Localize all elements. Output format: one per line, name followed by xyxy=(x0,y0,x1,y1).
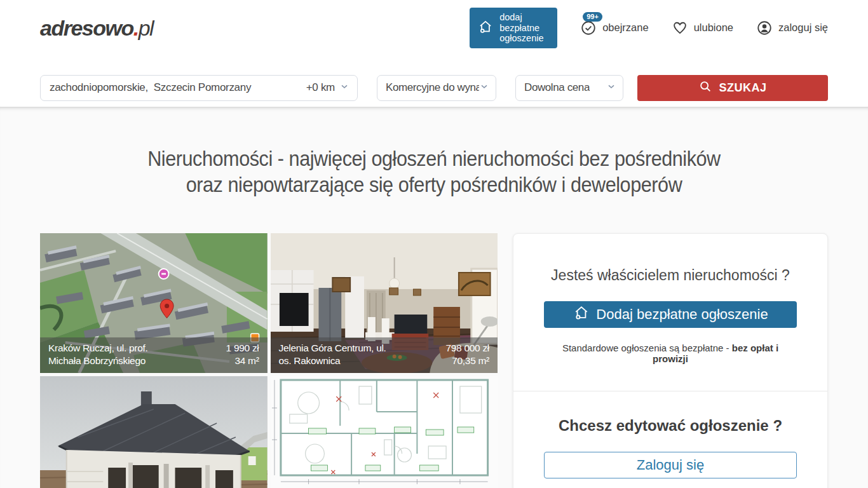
house-add-icon xyxy=(573,304,590,325)
sidebar-add-listing-button[interactable]: Dodaj bezpłatne ogłoszenie xyxy=(544,301,797,328)
login-label: zaloguj się xyxy=(778,22,828,34)
listing-price: 1 990 zł xyxy=(226,342,259,355)
listing-caption: Kraków Ruczaj, ul. prof. 1 990 zł Michał… xyxy=(40,337,268,373)
owner-heading: Jesteś właścicielem nieruchomości ? xyxy=(544,267,797,284)
owner-sidebar: Jesteś właścicielem nieruchomości ? Doda… xyxy=(513,233,828,488)
top-header: adresowo.pl dodaj bezpłatne ogłoszenie 9… xyxy=(0,0,868,56)
listing-title-2: Michała Bobrzyńskiego xyxy=(48,355,146,367)
sidebar-login-label: Zaloguj się xyxy=(637,457,704,473)
add-listing-label: dodaj bezpłatne ogłoszenie xyxy=(499,12,550,44)
check-circle-icon xyxy=(580,20,597,36)
listing-card[interactable]: Miroszewice 700 000 zł xyxy=(40,376,268,488)
header-actions: dodaj bezpłatne ogłoszenie 99+ obejrzane… xyxy=(470,8,828,48)
user-icon xyxy=(756,20,773,36)
radius-value: +0 km xyxy=(306,81,335,94)
logo-dot: . xyxy=(133,16,139,40)
listing-price: 798 000 zł xyxy=(445,342,489,355)
heart-icon xyxy=(672,20,688,36)
price-value: Dowolna cena xyxy=(524,81,590,94)
listing-photo-floor-plan xyxy=(271,376,498,488)
location-field: +0 km xyxy=(40,75,358,101)
listing-area: 34 m² xyxy=(234,355,259,367)
listing-caption: Jelenia Góra Centrum, ul. 798 000 zł os.… xyxy=(271,337,498,373)
login-link[interactable]: zaloguj się xyxy=(756,20,828,36)
house-add-icon xyxy=(477,18,494,37)
search-icon xyxy=(698,79,712,97)
sidebar-login-button[interactable]: Zaloguj się xyxy=(544,452,797,478)
add-listing-button[interactable]: dodaj bezpłatne ogłoszenie xyxy=(470,8,557,48)
listing-title-2: os. Rakownica xyxy=(279,355,341,367)
search-bar: +0 km Komercyjne do wynaję Dowolna cena … xyxy=(0,56,868,107)
edit-heading: Chcesz edytować ogłoszenie ? xyxy=(544,417,797,435)
price-dropdown[interactable]: Dowolna cena xyxy=(515,75,623,101)
chevron-down-icon xyxy=(606,81,616,95)
page-title: Nieruchomości - najwięcej ogłoszeń nieru… xyxy=(43,107,824,198)
main-section: Nieruchomości - najwięcej ogłoszeń nieru… xyxy=(0,107,868,488)
viewed-label: obejrzane xyxy=(602,22,648,34)
search-button-label: SZUKAJ xyxy=(719,81,766,95)
site-logo[interactable]: adresowo.pl xyxy=(40,16,153,41)
listing-photo-house xyxy=(40,376,268,488)
search-button[interactable]: SZUKAJ xyxy=(637,75,828,101)
owner-section: Jesteś właścicielem nieruchomości ? Doda… xyxy=(513,234,827,391)
chevron-down-icon xyxy=(339,81,349,95)
chevron-down-icon xyxy=(479,81,489,95)
listing-card[interactable]: Warszawa Bemowo, ul. 2 800 000 zł xyxy=(271,376,498,488)
location-input[interactable] xyxy=(50,81,306,94)
viewed-link[interactable]: 99+ obejrzane xyxy=(580,20,648,36)
listing-title: Kraków Ruczaj, ul. prof. xyxy=(48,342,147,355)
listing-area: 70,35 m² xyxy=(452,355,489,367)
viewed-count-badge: 99+ xyxy=(583,12,602,22)
listings-grid: Kraków Ruczaj, ul. prof. 1 990 zł Michał… xyxy=(40,233,498,488)
category-value: Komercyjne do wynaję xyxy=(386,81,479,94)
logo-text: adresowo xyxy=(40,16,133,40)
radius-dropdown[interactable]: +0 km xyxy=(306,81,349,95)
favorites-label: ulubione xyxy=(694,22,733,34)
listing-title: Jelenia Góra Centrum, ul. xyxy=(279,342,386,355)
listing-card[interactable]: Kraków Ruczaj, ul. prof. 1 990 zł Michał… xyxy=(40,233,268,373)
sidebar-add-listing-label: Dodaj bezpłatne ogłoszenie xyxy=(596,306,768,323)
edit-section: Chcesz edytować ogłoszenie ? Zaloguj się… xyxy=(513,391,827,488)
favorites-link[interactable]: ulubione xyxy=(672,20,733,36)
category-dropdown[interactable]: Komercyjne do wynaję xyxy=(377,75,496,101)
owner-note: Standardowe ogłoszenia są bezpłatne - be… xyxy=(544,342,797,364)
listing-card[interactable]: Jelenia Góra Centrum, ul. 798 000 zł os.… xyxy=(271,233,498,373)
logo-tld: pl xyxy=(139,16,153,40)
